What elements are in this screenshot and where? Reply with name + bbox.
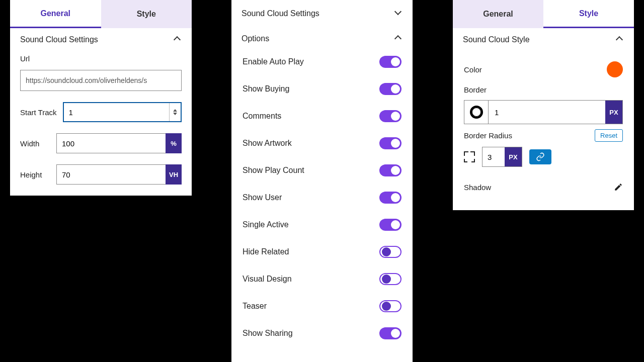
toggle-knob (391, 193, 400, 202)
section-title: Sound Cloud Style (463, 35, 530, 44)
height-row: Height VH (20, 164, 182, 185)
pencil-icon (614, 183, 623, 192)
toggle-knob (382, 247, 391, 256)
option-row: Show User (243, 184, 401, 211)
toggle-knob (391, 84, 400, 94)
option-label: Show User (243, 193, 282, 202)
radius-control-row: PX (464, 147, 623, 167)
option-row: Hide Related (243, 238, 401, 265)
option-label: Enable Auto Play (243, 57, 304, 66)
option-toggle[interactable] (379, 83, 401, 95)
option-row: Teaser (243, 293, 401, 320)
option-label: Show Sharing (243, 329, 293, 338)
option-label: Visual Design (243, 275, 292, 284)
shadow-row: Shadow (464, 176, 623, 198)
border-label: Border (464, 85, 623, 94)
color-row: Color (464, 58, 623, 80)
option-toggle[interactable] (379, 327, 401, 339)
width-input[interactable] (56, 133, 166, 153)
border-style-button[interactable] (464, 101, 489, 124)
option-label: Hide Related (243, 247, 289, 256)
radius-unit-button[interactable]: PX (505, 147, 522, 166)
section-header-settings[interactable]: Sound Cloud Settings (231, 0, 413, 23)
section-title: Sound Cloud Settings (20, 35, 98, 44)
toggle-knob (391, 57, 400, 66)
toggle-knob (391, 112, 400, 121)
option-toggle[interactable] (379, 246, 401, 258)
tab-general[interactable]: General (453, 0, 543, 28)
section-header-settings[interactable]: Sound Cloud Settings (10, 28, 192, 49)
chevron-up-icon (616, 36, 623, 43)
option-toggle[interactable] (379, 137, 401, 149)
color-label: Color (464, 65, 482, 74)
corners-icon[interactable] (464, 151, 475, 162)
width-label: Width (20, 139, 50, 148)
radius-input-wrap: PX (482, 147, 522, 167)
height-input-wrap: VH (56, 164, 182, 185)
width-row: Width % (20, 133, 182, 153)
width-input-wrap: % (56, 133, 182, 153)
option-toggle[interactable] (379, 56, 401, 68)
link-values-button[interactable] (529, 149, 551, 164)
option-label: Comments (243, 112, 281, 121)
section-body: Url Start Track Width % Height (10, 49, 192, 196)
option-label: Single Active (243, 220, 289, 229)
option-row: Show Sharing (243, 320, 401, 347)
option-toggle[interactable] (379, 110, 401, 122)
url-label: Url (20, 54, 182, 63)
radius-input[interactable] (482, 147, 505, 166)
tab-general[interactable]: General (10, 0, 101, 28)
start-track-row: Start Track (20, 102, 182, 122)
option-row: Visual Design (243, 265, 401, 293)
panel-general: General Style Sound Cloud Settings Url S… (10, 0, 192, 196)
edit-shadow-button[interactable] (614, 183, 623, 192)
toggle-knob (391, 166, 400, 175)
option-row: Show Play Count (243, 157, 401, 184)
height-label: Height (20, 170, 50, 179)
section-header-style[interactable]: Sound Cloud Style (453, 28, 634, 49)
stepper-buttons[interactable] (169, 103, 181, 121)
option-row: Single Active (243, 211, 401, 238)
option-label: Show Play Count (243, 166, 304, 175)
option-toggle[interactable] (379, 219, 401, 231)
start-track-label: Start Track (20, 108, 57, 117)
color-swatch[interactable] (607, 61, 623, 77)
border-unit-button[interactable]: PX (605, 101, 622, 124)
section-body: Color Border PX Border Radius Reset PX (453, 49, 634, 210)
panel-options: Sound Cloud Settings Options Enable Auto… (231, 0, 413, 362)
panel-style: General Style Sound Cloud Style Color Bo… (453, 0, 634, 210)
width-unit-button[interactable]: % (166, 133, 182, 153)
options-body: Enable Auto PlayShow BuyingCommentsShow … (231, 48, 413, 362)
tab-style[interactable]: Style (101, 0, 192, 28)
option-toggle[interactable] (379, 273, 401, 285)
option-row: Show Artwork (243, 130, 401, 157)
option-label: Show Artwork (243, 139, 292, 148)
reset-button[interactable]: Reset (595, 129, 623, 142)
start-track-input[interactable] (64, 103, 169, 121)
option-toggle[interactable] (379, 164, 401, 176)
border-width-input[interactable] (489, 101, 605, 124)
border-control: PX (464, 100, 623, 124)
toggle-knob (391, 220, 400, 229)
option-toggle[interactable] (379, 192, 401, 204)
option-toggle[interactable] (379, 300, 401, 312)
chevron-up-icon (173, 109, 177, 112)
toggle-knob (382, 275, 391, 284)
tabs: General Style (10, 0, 192, 28)
chevron-down-icon (173, 113, 177, 115)
tab-style[interactable]: Style (543, 0, 634, 28)
section-title: Options (242, 34, 269, 43)
chevron-down-icon (394, 10, 401, 17)
height-unit-button[interactable]: VH (166, 164, 182, 185)
section-header-options[interactable]: Options (231, 23, 413, 48)
height-input[interactable] (56, 164, 166, 185)
url-input[interactable] (20, 70, 182, 91)
toggle-knob (391, 329, 400, 338)
chevron-up-icon (394, 35, 401, 42)
radius-label: Border Radius (464, 131, 512, 140)
link-icon (536, 152, 545, 161)
shadow-label: Shadow (464, 183, 491, 192)
option-label: Teaser (243, 302, 267, 311)
option-row: Comments (243, 103, 401, 130)
start-track-stepper[interactable] (63, 102, 182, 122)
